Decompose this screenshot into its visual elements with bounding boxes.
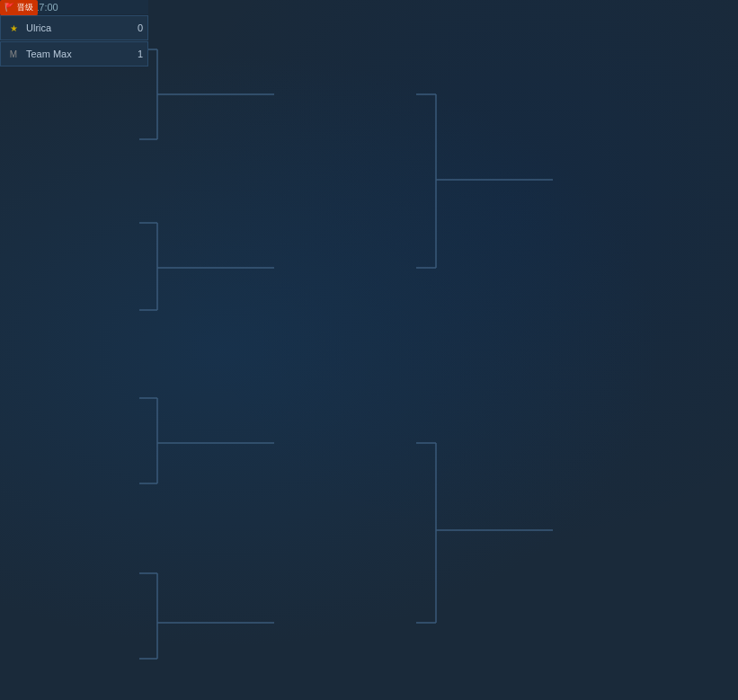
advance-badge-n: 🚩 晋级 bbox=[0, 0, 38, 15]
bracket-container: 09-13 13:00 ⚡ Team Ever -- ? 弃赛 -- 09-13… bbox=[0, 0, 738, 700]
team-name: Team Max bbox=[26, 49, 132, 59]
team-logo-teammax: M bbox=[5, 46, 22, 62]
team-logo-ulrica: ★ bbox=[5, 20, 22, 36]
team-score: 1 bbox=[132, 49, 143, 59]
team-score: 0 bbox=[132, 22, 143, 33]
bracket-lines bbox=[0, 0, 738, 700]
team-row: M Team Max 1 bbox=[0, 41, 148, 66]
team-row: ★ Ulrica 0 bbox=[0, 15, 148, 40]
team-name: Ulrica bbox=[26, 22, 132, 33]
